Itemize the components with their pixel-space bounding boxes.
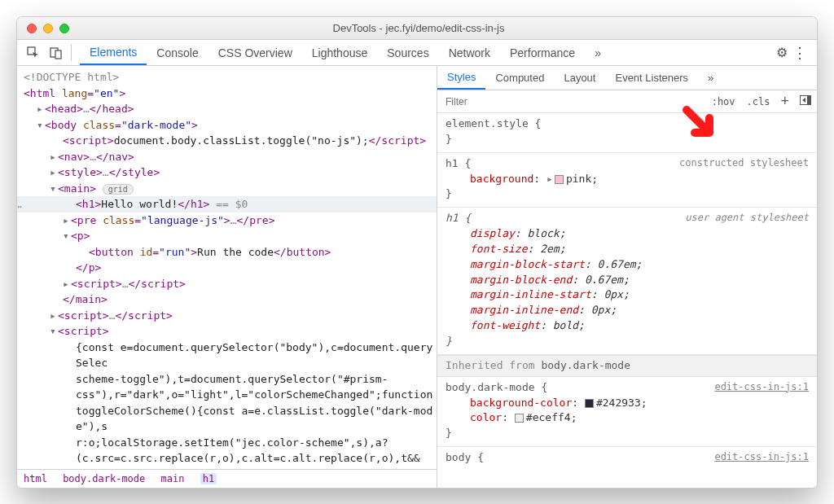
expand-icon[interactable]: ▸ [50,164,58,181]
minimize-icon[interactable] [43,24,53,33]
tab-elements[interactable]: Elements [80,40,147,65]
tab-console[interactable]: Console [147,40,208,65]
filter-input[interactable] [437,96,706,107]
crumb-html[interactable]: html [24,473,47,484]
dom-tree[interactable]: <!DOCTYPE html> <html lang="en"> ▸<head>… [17,66,437,469]
color-swatch-icon[interactable] [515,414,524,423]
expand-icon[interactable]: ▸ [546,172,555,187]
grid-badge[interactable]: grid [103,184,134,195]
collapse-icon[interactable]: ▾ [37,117,45,134]
rule-source: user agent stylesheet [685,211,809,225]
device-toggle-icon[interactable] [45,40,68,65]
tabs-overflow-icon[interactable]: » [585,40,611,65]
rule-constructed[interactable]: constructed stylesheet h1 { background: … [437,153,817,208]
stab-styles[interactable]: Styles [437,66,485,90]
stab-layout[interactable]: Layout [554,66,605,90]
rule-source[interactable]: constructed stylesheet [679,156,809,170]
script-body: {const e=document.querySelector("body"),… [76,341,432,470]
tab-css-overview[interactable]: CSS Overview [208,40,302,65]
rule-source[interactable]: edit-css-in-js:1 [714,380,809,394]
toggle-sidebar-icon[interactable] [794,95,817,107]
color-swatch-icon[interactable] [555,175,564,184]
new-rule-icon[interactable]: + [775,93,794,110]
rule-user-agent: user agent stylesheet h1 { display: bloc… [437,208,817,355]
crumb-h1[interactable]: h1 [200,473,217,484]
tab-network[interactable]: Network [439,40,500,65]
stab-computed[interactable]: Computed [485,66,554,90]
selected-node[interactable]: <h1>Hello world!</h1> == $0 [17,196,437,213]
inherited-header: Inherited from body.dark-mode [437,355,817,377]
stabs-overflow-icon[interactable]: » [698,66,723,90]
svg-rect-4 [807,96,810,104]
expand-icon[interactable]: ▸ [63,276,71,292]
svg-rect-2 [55,50,61,59]
collapse-icon[interactable]: ▾ [50,181,58,197]
crumb-body[interactable]: body.dark-mode [63,473,145,484]
main-tabbar: Elements Console CSS Overview Lighthouse… [17,40,817,66]
tab-performance[interactable]: Performance [500,40,585,65]
styles-panel: Styles Computed Layout Event Listeners »… [437,66,817,488]
filter-bar: :hov .cls + [437,90,817,113]
expand-icon[interactable]: ▸ [50,149,58,165]
more-icon[interactable]: ⋮ [792,44,807,62]
collapse-icon[interactable]: ▾ [63,228,71,244]
color-swatch-icon[interactable] [585,399,594,408]
elements-panel: <!DOCTYPE html> <html lang="en"> ▸<head>… [17,66,437,488]
stab-event-listeners[interactable]: Event Listeners [605,66,698,90]
expand-icon[interactable]: ▸ [37,101,45,117]
rule-body-dark[interactable]: edit-css-in-js:1 body.dark-mode { backgr… [437,377,817,447]
window-controls [17,24,69,33]
inspect-icon[interactable] [22,40,45,65]
titlebar: DevTools - jec.fyi/demo/edit-css-in-js [17,17,817,40]
breadcrumb: html body.dark-mode main h1 [17,469,437,488]
tab-lighthouse[interactable]: Lighthouse [302,40,378,65]
tab-sources[interactable]: Sources [377,40,438,65]
rule-source[interactable]: edit-css-in-js:1 [714,450,809,464]
devtools-window: DevTools - jec.fyi/demo/edit-css-in-js E… [16,16,818,489]
crumb-main[interactable]: main [161,473,185,484]
styles-body[interactable]: element.style { } constructed stylesheet… [437,113,817,488]
zoom-icon[interactable] [59,24,69,33]
doctype: <!DOCTYPE html> [24,71,119,83]
rule-body[interactable]: edit-css-in-js:1 body { [437,447,817,471]
hov-toggle[interactable]: :hov [706,96,741,107]
main-tabs: Elements Console CSS Overview Lighthouse… [80,40,771,65]
cls-toggle[interactable]: .cls [741,96,776,107]
expand-icon[interactable]: ▸ [50,308,58,324]
collapse-icon[interactable]: ▾ [50,323,58,340]
window-title: DevTools - jec.fyi/demo/edit-css-in-js [69,22,768,34]
styles-tabs: Styles Computed Layout Event Listeners » [437,66,817,90]
element-style-rule[interactable]: element.style { } [437,113,817,153]
close-icon[interactable] [27,24,37,33]
settings-icon[interactable]: ⚙ [776,45,788,60]
expand-icon[interactable]: ▸ [63,213,71,229]
